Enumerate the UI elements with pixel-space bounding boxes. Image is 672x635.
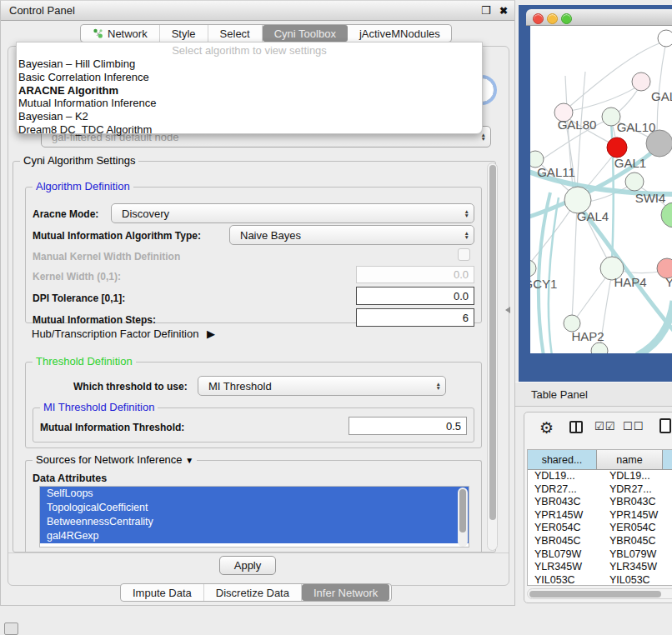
hub-definition-expander[interactable]: Hub/Transcription Factor Definition ▶ <box>32 328 215 340</box>
column-header-shared-name[interactable]: shared... <box>528 450 597 470</box>
control-panel-tabbar: Network Style Select Cyni Toolbox jActiv… <box>80 24 452 42</box>
settings-group-title: Cyni Algorithm Settings <box>20 155 138 167</box>
algorithm-item[interactable]: ARACNE Algorithm <box>17 84 482 98</box>
sources-group-title[interactable]: Sources for Network Inference ▼ <box>33 454 197 467</box>
settings-scrollbar[interactable] <box>487 162 498 551</box>
node-table: shared... name YDL19...YDL19...13YDR27..… <box>527 449 672 586</box>
table-cell: YDR27... <box>603 483 672 497</box>
mi-steps-field[interactable]: 6 <box>356 308 474 327</box>
select-all-checkbox-icon[interactable]: ☑☑ <box>594 420 615 432</box>
network-node[interactable] <box>646 130 672 157</box>
table-row[interactable]: YER054CYER054C8. <box>528 522 672 535</box>
table-row[interactable]: YPR145WYPR145W9. <box>528 509 672 522</box>
algorithm-list: Bayesian – Hill ClimbingBasic Correlatio… <box>17 58 482 137</box>
table-hscrollbar[interactable] <box>527 588 672 599</box>
aracne-mode-combo[interactable]: Discovery ▲▼ <box>111 203 474 223</box>
table-row[interactable]: YLR345WYLR345W9. <box>528 561 672 574</box>
which-threshold-combo[interactable]: MI Threshold ▲▼ <box>198 376 446 396</box>
combo-stepper-icon: ▲▼ <box>436 377 441 395</box>
table-row[interactable]: YBR043CYBR043C <box>528 496 672 509</box>
algorithm-definition-group: Algorithm Definition Aracne Mode: Discov… <box>25 187 482 323</box>
algorithm-dropdown-popup: Select algorithm to view settings Bayesi… <box>16 42 483 134</box>
attr-items-holder: SelfLoopsTopologicalCoefficientBetweenne… <box>40 487 469 543</box>
mi-algorithm-type-combo[interactable]: Naive Bayes ▲▼ <box>229 225 474 245</box>
node-label: GAL4 <box>577 209 609 223</box>
algorithm-item[interactable]: Bayesian – K2 <box>17 110 482 123</box>
tab-impute-data[interactable]: Impute Data <box>121 584 204 601</box>
mi-threshold-label: Mutual Information Threshold: <box>40 422 184 433</box>
network-edges-teal <box>530 122 672 353</box>
table-row[interactable]: YDL19...YDL19...13 <box>528 470 672 483</box>
table-row[interactable]: YIL053CYIL053C9 <box>528 574 672 586</box>
table-cell: YIL053C <box>603 574 672 586</box>
algorithm-item[interactable]: Dream8 DC_TDC Algorithm <box>17 123 482 137</box>
data-attributes-list[interactable]: SelfLoopsTopologicalCoefficientBetweenne… <box>39 486 469 548</box>
tab-style[interactable]: Style <box>160 25 208 42</box>
network-node[interactable] <box>661 202 672 228</box>
collapse-panel-button[interactable] <box>4 622 18 635</box>
network-window-titlebar[interactable] <box>526 9 672 26</box>
data-attribute-item[interactable]: TopologicalCoefficient <box>40 501 469 515</box>
tab-select[interactable]: Select <box>208 25 263 42</box>
tab-network[interactable]: Network <box>81 25 160 42</box>
network-node[interactable] <box>625 172 644 191</box>
close-panel-icon[interactable]: ✖ <box>499 5 508 17</box>
node-label: GCY1 <box>530 277 557 291</box>
deselect-all-checkbox-icon[interactable]: ☐☐ <box>623 420 644 432</box>
algorithm-item[interactable]: Mutual Information Inference <box>17 97 482 110</box>
file-icon[interactable] <box>659 418 671 433</box>
table-panel-titlebar[interactable]: Table Panel <box>515 382 672 407</box>
algorithm-definition-title: Algorithm Definition <box>33 181 133 192</box>
threshold-definition-title: Threshold Definition <box>33 356 136 368</box>
control-panel-titlebar[interactable]: Control Panel ❒ ✖ <box>1 1 514 21</box>
table-cell: YLR345W <box>528 561 603 574</box>
sources-group: Sources for Network Inference ▼ Data Att… <box>25 460 482 552</box>
table-row[interactable]: YDR27...YDR27...12 <box>528 483 672 497</box>
node-label: GAL1 <box>614 156 646 170</box>
gear-icon[interactable]: ⚙ <box>539 418 554 438</box>
data-attribute-item[interactable]: SelfLoops <box>40 487 469 501</box>
panel-divider-handle[interactable] <box>505 307 510 313</box>
network-node[interactable] <box>607 138 627 158</box>
tab-cyni-toolbox[interactable]: Cyni Toolbox <box>263 25 348 42</box>
minimize-traffic-light[interactable] <box>547 13 558 24</box>
manual-kernel-width-checkbox[interactable] <box>458 248 470 261</box>
network-node[interactable] <box>658 30 672 47</box>
attributes-scrollbar[interactable] <box>458 488 468 547</box>
network-canvas[interactable]: GALGAL80GAL10GAL1GAL11SWI4GAL4GCY1HAP4YH… <box>530 26 672 353</box>
mi-threshold-field[interactable]: 0.5 <box>349 417 467 435</box>
kernel-width-label: Kernel Width (0,1): <box>33 271 121 282</box>
network-node[interactable] <box>591 342 608 353</box>
close-traffic-light[interactable] <box>533 13 544 24</box>
expander-arrow-icon[interactable]: ▶ <box>207 328 215 340</box>
tab-discretize-data[interactable]: Discretize Data <box>204 584 302 601</box>
mi-steps-label: Mutual Information Steps: <box>33 314 156 326</box>
cyni-algorithm-settings-group: Cyni Algorithm Settings Algorithm Defini… <box>13 161 496 552</box>
split-columns-icon[interactable] <box>569 421 583 433</box>
column-header-third[interactable] <box>663 450 672 470</box>
algorithm-item[interactable]: Basic Correlation Inference <box>17 71 482 84</box>
node-label: GAL <box>651 89 672 103</box>
table-row[interactable]: YBL079WYBL079W <box>528 548 672 562</box>
combo-stepper-icon: ▲▼ <box>464 204 469 222</box>
dpi-tolerance-label: DPI Tolerance [0,1]: <box>33 292 125 304</box>
tab-jactivemnodules[interactable]: jActiveMNodules <box>348 25 452 42</box>
algorithm-item[interactable]: Bayesian – Hill Climbing <box>17 58 482 71</box>
column-header-name[interactable]: name <box>597 450 663 470</box>
float-window-icon[interactable]: ❒ <box>481 4 491 17</box>
hub-definition-label: Hub/Transcription Factor Definition <box>32 328 198 340</box>
dpi-tolerance-field[interactable]: 0.0 <box>356 287 474 305</box>
data-attribute-item[interactable]: BetweennessCentrality <box>40 515 469 529</box>
zoom-traffic-light[interactable] <box>561 13 572 24</box>
data-attribute-item[interactable]: gal4RGexp <box>40 529 469 543</box>
network-node[interactable] <box>530 260 536 277</box>
apply-button[interactable]: Apply <box>219 556 276 575</box>
kernel-width-field[interactable]: 0.0 <box>356 266 474 283</box>
network-node[interactable] <box>632 72 650 91</box>
table-row[interactable]: YBR045CYBR045C9. <box>528 535 672 548</box>
collapse-arrow-icon[interactable]: ▼ <box>185 456 193 465</box>
tab-infer-network[interactable]: Infer Network <box>302 584 389 601</box>
node-label: HAP4 <box>614 275 646 289</box>
aracne-mode-label: Aracne Mode: <box>33 208 98 220</box>
network-tab-icon <box>93 28 103 39</box>
